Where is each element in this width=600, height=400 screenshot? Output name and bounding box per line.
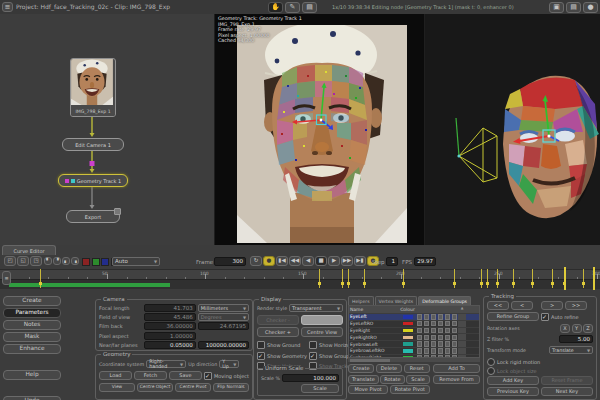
axis-x-button[interactable]: X	[560, 324, 570, 333]
flag-checkbox[interactable]	[438, 335, 443, 341]
groups-button-create[interactable]: Create	[348, 364, 374, 373]
coordinate-system-dropdown[interactable]: Right-handed▼	[146, 360, 186, 368]
camera-dropdown-focal-length[interactable]: Millimeters▼	[198, 304, 249, 312]
flag-checkbox[interactable]	[424, 321, 429, 327]
flag-checkbox[interactable]	[438, 321, 443, 327]
tab-deformable-groups[interactable]: Deformable Groups	[418, 296, 471, 305]
window-button-0-icon[interactable]: ▣	[549, 2, 564, 13]
flag-checkbox[interactable]	[431, 328, 436, 334]
flag-checkbox[interactable]	[424, 341, 429, 347]
rail-button-parameters[interactable]: Parameters	[3, 308, 61, 318]
flag-checkbox[interactable]	[431, 314, 436, 320]
render-style-dropdown[interactable]: Transparent▼	[289, 304, 343, 312]
node-edit-camera[interactable]: Edit Camera 1	[62, 138, 124, 151]
group-row-eyeright[interactable]: EyeRight	[349, 328, 479, 335]
menu-icon[interactable]: ≡	[2, 2, 13, 12]
flag-checkbox[interactable]	[452, 335, 457, 341]
lock-object-check[interactable]: Lock object size	[487, 367, 537, 375]
flag-checkbox[interactable]	[417, 314, 422, 320]
camera-dropdown-field-of-view[interactable]: Degrees▼	[198, 313, 249, 321]
check-show-geometry[interactable]: Show Geometry	[257, 352, 307, 360]
group-row-eyerightro[interactable]: EyeRightRO	[349, 334, 479, 341]
flag-checkbox[interactable]	[438, 314, 443, 320]
geometry-button-load[interactable]: Load	[99, 371, 132, 380]
flag-checkbox[interactable]	[431, 341, 436, 347]
centre-view-button[interactable]: Centre View	[301, 327, 343, 337]
rail-button-enhance[interactable]: Enhance	[3, 344, 61, 354]
transport-mini-3-icon[interactable]: ▗	[71, 257, 79, 265]
geometry-button-save[interactable]: Save	[169, 371, 202, 380]
timeline-keys[interactable]	[0, 279, 600, 289]
camera-field2-near-far-planes[interactable]: 100000.00000	[198, 341, 249, 349]
play-button-4-icon[interactable]: ◀	[302, 256, 314, 266]
groups-button-rotate[interactable]: Rotate	[380, 375, 404, 384]
next-key-button[interactable]: Next Key	[541, 387, 593, 396]
flag-checkbox[interactable]	[445, 348, 450, 354]
flag-checkbox[interactable]	[438, 341, 443, 347]
play-button-1-icon[interactable]: ●	[263, 256, 275, 266]
add-key-button[interactable]: Add Key	[487, 376, 539, 385]
camera-field-field-of-view[interactable]: 45.486	[144, 313, 195, 321]
refine-group-button[interactable]: Refine Group	[487, 312, 539, 321]
rail-button-notes[interactable]: Notes	[3, 320, 61, 330]
flag-checkbox[interactable]	[424, 314, 429, 320]
rail-button-create[interactable]: Create	[3, 296, 61, 306]
lock-rigid-check[interactable]: Lock rigid motion	[487, 358, 540, 366]
transport-button-0-icon[interactable]: ◰	[4, 256, 16, 266]
flag-checkbox[interactable]	[445, 335, 450, 341]
geometry-button-fetch[interactable]: Fetch	[134, 371, 167, 380]
clip-image[interactable]	[237, 25, 407, 243]
transport-button-1-icon[interactable]: ◱	[17, 256, 29, 266]
check-show-ground[interactable]: Show Ground	[257, 341, 307, 349]
step-input[interactable]: 1	[386, 257, 398, 266]
geometry-button-view[interactable]: View	[99, 383, 135, 392]
color-chip-2[interactable]	[101, 258, 109, 266]
geometry-button-centre-pivot[interactable]: Centre Pivot	[175, 383, 211, 392]
auto-mode-dropdown[interactable]: Auto▼	[112, 257, 160, 266]
geometry-button-centre-object[interactable]: Centre Object	[137, 383, 173, 392]
node-graph-panel[interactable]: IMG_798_Exp 1 Edit Camera 1 Geometry Tra…	[0, 14, 215, 245]
checker-minus-button[interactable]: Checker -	[257, 315, 299, 325]
play-button-8-icon[interactable]: ▶▮	[354, 256, 366, 266]
groups-button-scale[interactable]: Scale	[406, 375, 430, 384]
flag-checkbox[interactable]	[452, 341, 457, 347]
flag-checkbox[interactable]	[452, 348, 457, 354]
play-button-6-icon[interactable]: ▶	[328, 256, 340, 266]
transport-button-2-icon[interactable]: ◳	[30, 256, 42, 266]
group-row-eyeleft[interactable]: EyeLeft	[349, 314, 479, 321]
flag-checkbox[interactable]	[417, 348, 422, 354]
tracking-nav--button[interactable]: >	[541, 301, 563, 310]
flag-checkbox[interactable]	[424, 335, 429, 341]
tab-curve-editor[interactable]: Curve Editor	[2, 245, 56, 255]
table-scrollbar[interactable]: ▲	[458, 306, 466, 313]
flag-checkbox[interactable]	[438, 328, 443, 334]
tracking-nav--button[interactable]: <	[511, 301, 533, 310]
groups-button-move-pivot[interactable]: Move Pivot	[348, 385, 388, 394]
camera-field-focal-length[interactable]: 41.703	[144, 304, 195, 312]
rail-button-mask[interactable]: Mask	[3, 332, 61, 342]
display-light-button[interactable]	[301, 315, 343, 325]
flag-checkbox[interactable]	[452, 314, 457, 320]
tracking-nav--button[interactable]: <<	[487, 301, 509, 310]
group-row-eyebrowleftro[interactable]: EyebrowLeftRO	[349, 348, 479, 355]
transform-mode-dropdown[interactable]: Translate▼	[549, 346, 593, 354]
camera-field-pixel-aspect[interactable]: 1.00000	[144, 332, 195, 340]
tab-vertex-weights[interactable]: Vertex Weights	[375, 296, 418, 305]
auto-refine-check[interactable]: Auto refine	[541, 313, 579, 321]
node-geometry-track[interactable]: Geometry Track 1	[58, 174, 128, 187]
geometry-button-flip-normals[interactable]: Flip Normals	[213, 383, 249, 392]
groups-button-rotate-pivot[interactable]: Rotate Pivot	[390, 385, 430, 394]
color-chip-1[interactable]	[92, 258, 100, 266]
tab-helpers[interactable]: Helpers	[348, 296, 374, 305]
play-button-5-icon[interactable]: ■	[315, 256, 327, 266]
moving-object-check[interactable]: Moving object	[204, 372, 249, 380]
transport-mini-2-icon[interactable]: ▖	[62, 257, 70, 265]
node-export[interactable]: Export	[66, 210, 120, 223]
scale-button[interactable]: Scale	[301, 384, 339, 393]
scale-input[interactable]: 100.000	[282, 374, 339, 382]
groups-table[interactable]: NameColour▲EyeLeftEyeLeftROEyeRightEyeRi…	[348, 305, 480, 358]
axis-y-button[interactable]: Y	[572, 324, 582, 333]
rail-button-help[interactable]: Help	[3, 370, 61, 380]
flag-checkbox[interactable]	[417, 328, 422, 334]
flag-checkbox[interactable]	[417, 341, 422, 347]
